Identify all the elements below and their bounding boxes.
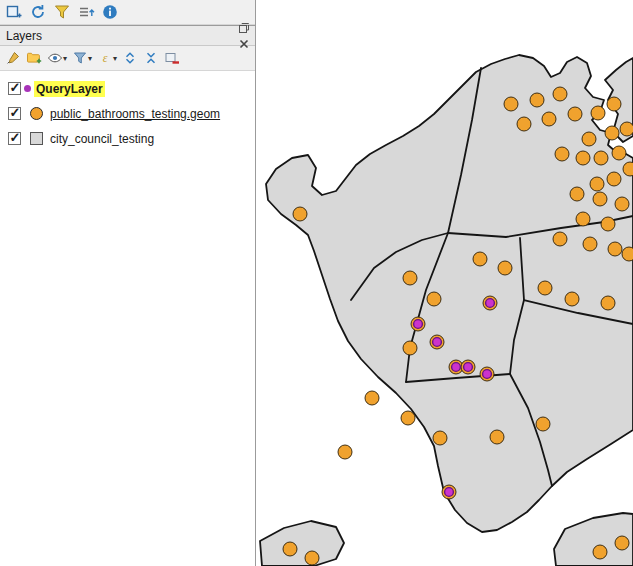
bathroom-point bbox=[601, 217, 615, 231]
expression-icon: ε bbox=[97, 50, 113, 66]
bathroom-point bbox=[607, 172, 621, 186]
bathroom-point bbox=[365, 391, 379, 405]
scroll-down-icon[interactable]: ▼ bbox=[243, 24, 255, 25]
filter-browser-button[interactable] bbox=[51, 2, 73, 23]
bathroom-point bbox=[553, 87, 567, 101]
bathroom-point bbox=[565, 292, 579, 306]
refresh-icon bbox=[29, 3, 47, 21]
bathroom-point bbox=[293, 207, 307, 221]
float-panel-button[interactable] bbox=[235, 20, 252, 36]
bathroom-point bbox=[607, 97, 621, 111]
remove-layer-button[interactable] bbox=[162, 48, 182, 68]
refresh-button[interactable] bbox=[27, 2, 49, 23]
bathroom-point bbox=[576, 151, 590, 165]
filter-icon bbox=[53, 3, 71, 21]
bathroom-point bbox=[568, 107, 582, 121]
bathroom-point bbox=[538, 281, 552, 295]
bathroom-point bbox=[620, 122, 633, 136]
layer-name[interactable]: city_council_testing bbox=[50, 132, 154, 146]
browser-toolbar bbox=[0, 0, 255, 24]
gray-square-symbol[interactable] bbox=[30, 132, 43, 145]
layer-visibility-checkbox[interactable] bbox=[8, 132, 21, 145]
bathroom-point bbox=[542, 112, 556, 126]
properties-widget-button[interactable] bbox=[99, 2, 121, 23]
layers-panel-title: Layers bbox=[6, 29, 235, 43]
bathroom-point bbox=[608, 242, 622, 256]
remove-icon bbox=[164, 50, 180, 66]
eye-icon bbox=[47, 50, 63, 66]
layer-row-city-council-testing[interactable]: city_council_testing bbox=[0, 126, 255, 151]
bathroom-point bbox=[530, 93, 544, 107]
bathroom-point bbox=[622, 247, 633, 261]
layer-row-querylayer[interactable]: QueryLayer bbox=[0, 76, 255, 101]
bathroom-point bbox=[517, 117, 531, 131]
query-point bbox=[414, 320, 423, 329]
layers-list: QueryLayerpublic_bathrooms_testing.geomc… bbox=[0, 70, 255, 566]
layer-name[interactable]: QueryLayer bbox=[34, 81, 105, 97]
dropdown-arrow-icon[interactable]: ▾ bbox=[113, 54, 117, 63]
browser-body: ▸Favorites▸Project Home▸Home▸C:\▸D:\▸H:\… bbox=[0, 24, 255, 25]
bathroom-point bbox=[536, 417, 550, 431]
layer-row-public-bathrooms-testing-geom[interactable]: public_bathrooms_testing.geom bbox=[0, 101, 255, 126]
add-selected-layers-button[interactable] bbox=[3, 2, 25, 23]
collapse-all-layers-button[interactable] bbox=[141, 48, 161, 68]
bathroom-point bbox=[427, 292, 441, 306]
left-dock: ▸Favorites▸Project Home▸Home▸C:\▸D:\▸H:\… bbox=[0, 0, 256, 566]
layer-visibility-checkbox[interactable] bbox=[8, 82, 21, 95]
bathroom-point bbox=[504, 97, 518, 111]
query-point bbox=[486, 299, 495, 308]
funnel-small-icon bbox=[72, 50, 88, 66]
bathroom-point bbox=[305, 551, 319, 565]
layers-panel: Layers ▾▾ε▾ QueryLayerpublic_bathrooms_t… bbox=[0, 25, 255, 566]
bathroom-point bbox=[594, 151, 608, 165]
bathroom-point bbox=[590, 177, 604, 191]
dropdown-arrow-icon[interactable]: ▾ bbox=[88, 54, 92, 63]
layers-toolbar: ▾▾ε▾ bbox=[0, 46, 255, 70]
filter-by-expression-button[interactable]: ε▾ bbox=[95, 48, 119, 68]
add-layer-icon bbox=[5, 3, 23, 21]
purple-dot-symbol[interactable] bbox=[24, 85, 31, 92]
council-district-polygon bbox=[260, 521, 344, 566]
bathroom-point bbox=[591, 106, 605, 120]
map-canvas[interactable] bbox=[256, 0, 633, 566]
open-layer-styling-button[interactable] bbox=[3, 48, 23, 68]
bathroom-point bbox=[582, 132, 596, 146]
dropdown-arrow-icon[interactable]: ▾ bbox=[63, 54, 67, 63]
map-svg bbox=[256, 0, 633, 566]
qgis-window: ▸Favorites▸Project Home▸Home▸C:\▸D:\▸H:\… bbox=[0, 0, 633, 566]
bathroom-point bbox=[401, 411, 415, 425]
filter-legend-button[interactable]: ▾ bbox=[70, 48, 94, 68]
browser-panel: ▸Favorites▸Project Home▸Home▸C:\▸D:\▸H:\… bbox=[0, 0, 255, 25]
bathroom-point bbox=[403, 341, 417, 355]
bathroom-point bbox=[615, 536, 629, 550]
collapse-layers-icon bbox=[143, 50, 159, 66]
expand-all-button[interactable] bbox=[120, 48, 140, 68]
svg-text:ε: ε bbox=[103, 51, 108, 65]
bathroom-point bbox=[583, 237, 597, 251]
council-district-polygon bbox=[266, 55, 633, 532]
add-group-button[interactable] bbox=[24, 48, 44, 68]
bathroom-point bbox=[576, 212, 590, 226]
orange-circle-symbol[interactable] bbox=[30, 107, 43, 120]
float-icon bbox=[237, 21, 251, 35]
bathroom-point bbox=[605, 126, 619, 140]
bathroom-point bbox=[612, 146, 626, 160]
manage-map-themes-button[interactable]: ▾ bbox=[45, 48, 69, 68]
bathroom-point bbox=[593, 545, 607, 559]
bathroom-point bbox=[623, 162, 633, 176]
bathroom-point bbox=[338, 445, 352, 459]
layer-visibility-checkbox[interactable] bbox=[8, 107, 21, 120]
bathroom-point bbox=[601, 296, 615, 310]
collapse-all-button[interactable] bbox=[75, 2, 97, 23]
bathroom-point bbox=[403, 271, 417, 285]
query-point bbox=[464, 363, 473, 372]
layer-name[interactable]: public_bathrooms_testing.geom bbox=[50, 107, 220, 121]
expand-icon bbox=[122, 50, 138, 66]
layers-panel-titlebar: Layers bbox=[0, 26, 255, 46]
collapse-icon bbox=[77, 3, 95, 21]
query-point bbox=[483, 370, 492, 379]
query-point bbox=[452, 363, 461, 372]
bathroom-point bbox=[473, 252, 487, 266]
bathroom-point bbox=[555, 147, 569, 161]
bathroom-point bbox=[570, 187, 584, 201]
